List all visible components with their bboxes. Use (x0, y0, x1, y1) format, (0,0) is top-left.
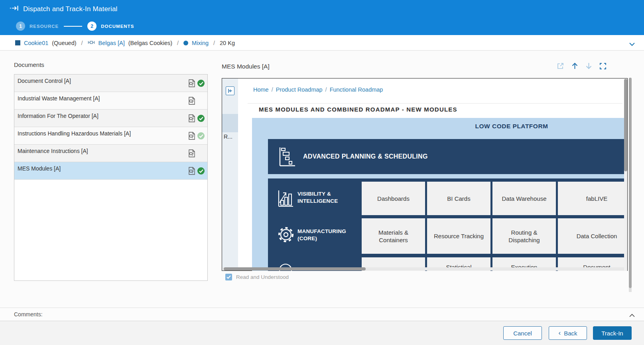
previous-document-arrow-up-icon[interactable] (571, 62, 578, 70)
breadcrumb-home-link[interactable]: Home (253, 86, 269, 93)
read-understood-checkbox[interactable] (225, 274, 232, 280)
document-preview-frame: R... Home / Product Roadmap / Functional… (222, 78, 628, 271)
clipped-section-heading: MES MODULES AND COMBINED ROADMAP - NEW M… (259, 106, 570, 112)
open-external-icon[interactable] (557, 62, 564, 70)
next-document-arrow-down-icon[interactable] (585, 62, 592, 70)
lot-status: (Queued) (52, 40, 76, 46)
embedded-doc-nav-item[interactable]: R... (224, 133, 232, 140)
module-cell: Dashboards (362, 182, 425, 215)
context-separator: / (212, 40, 216, 46)
context-separator: / (80, 40, 84, 46)
modules-grid: VISIBILITY & INTELLIGENCE Dashboards BI … (268, 178, 624, 271)
page-title: Dispatch and Track-In Material (23, 5, 118, 13)
read-status-check-icon (197, 80, 205, 87)
document-row[interactable]: Industrial Waste Management [A] (14, 92, 207, 110)
document-row[interactable]: Information For The Operator [A] (14, 110, 207, 127)
read-status-check-icon (197, 115, 205, 122)
track-in-button[interactable]: Track-In (593, 326, 632, 340)
breadcrumb-separator: / (325, 86, 327, 93)
viewer-toolbar (557, 62, 607, 70)
bar-chart-icon (278, 189, 294, 209)
document-preview-icon[interactable] (188, 149, 195, 157)
document-preview-icon[interactable] (188, 167, 195, 175)
module-cell: BI Cards (427, 182, 490, 215)
fullscreen-icon[interactable] (599, 63, 607, 70)
document-row[interactable]: Document Control [A] (14, 74, 207, 92)
cancel-button[interactable]: Cancel (503, 326, 542, 340)
viewer-vertical-scrollbar[interactable] (624, 79, 627, 271)
header-bar: Dispatch and Track-In Material 1 RESOURC… (0, 0, 644, 35)
lot-icon (15, 40, 20, 45)
breadcrumb-separator: / (272, 86, 273, 93)
back-button-label: Back (564, 330, 577, 337)
module-cell: Data Collection (558, 218, 624, 254)
flow-step-link[interactable]: Mixing (192, 40, 209, 46)
embedded-doc-sidebar: R... (222, 78, 238, 271)
track-in-button-label: Track-In (601, 330, 623, 337)
dispatch-track-in-icon (10, 5, 19, 13)
step-resource[interactable]: 1 RESOURCE (16, 22, 59, 31)
module-cell: Materials & Containers (362, 218, 425, 254)
mes-modules-diagram: LOW CODE PLATFORM ADVANCED PLANNING & SC… (252, 118, 624, 271)
documents-list: Document Control [A] Industrial Waste Ma… (14, 74, 208, 281)
step-documents[interactable]: 2 DOCUMENTS (87, 22, 134, 31)
aps-band-label: ADVANCED PLANNING & SCHEDULING (303, 139, 428, 174)
embedded-doc-breadcrumb: Home / Product Roadmap / Functional Road… (253, 86, 383, 93)
stepper-connector (64, 26, 82, 27)
dispatch-track-in-dialog: Dispatch and Track-In Material 1 RESOURC… (0, 0, 644, 345)
documents-panel-title: Documents (14, 61, 44, 68)
step-documents-number: 2 (87, 22, 97, 31)
document-preview-icon[interactable] (188, 132, 195, 140)
viewer-vertical-scrollbar-thumb[interactable] (624, 79, 627, 171)
module-cell: Data Warehouse (492, 182, 556, 215)
page-vertical-scrollbar-track[interactable] (629, 288, 632, 292)
document-row[interactable]: Instructions Handling Hazardous Material… (14, 127, 207, 145)
document-preview-icon[interactable] (188, 114, 195, 122)
document-label: MES Modules [A] (18, 165, 61, 172)
document-label: Document Control [A] (18, 78, 71, 84)
context-bar: Cookie01 (Queued) / Belgas [A] (Belgas C… (0, 35, 644, 51)
resource-description: (Belgas Cookies) (128, 40, 172, 46)
gear-icon (277, 225, 295, 245)
document-label: Instructions Handling Hazardous Material… (18, 130, 131, 137)
low-code-platform-label: LOW CODE PLATFORM (472, 123, 551, 130)
document-label: Industrial Waste Management [A] (18, 95, 100, 102)
aps-band: ADVANCED PLANNING & SCHEDULING (268, 139, 624, 174)
read-acknowledgement: Read and Understood (225, 274, 289, 280)
comments-section[interactable]: Comments: (0, 308, 644, 321)
step-resource-label: RESOURCE (30, 24, 59, 29)
resource-link[interactable]: Belgas [A] (98, 40, 125, 46)
document-preview-icon[interactable] (188, 97, 195, 105)
document-preview-icon[interactable] (188, 79, 195, 87)
viewer-horizontal-scrollbar[interactable] (223, 267, 624, 271)
document-label: Maintenance Instructions [A] (18, 148, 88, 154)
document-row[interactable]: Maintenance Instructions [A] (14, 145, 207, 162)
module-cell: fabLIVE (558, 182, 624, 215)
comments-label: Comments: (14, 311, 43, 318)
viewer-horizontal-scrollbar-thumb[interactable] (224, 267, 366, 271)
read-understood-label: Read and Understood (236, 274, 289, 280)
gantt-chart-icon (278, 146, 297, 169)
breadcrumb-product-roadmap-link[interactable]: Product Roadmap (276, 86, 323, 93)
wizard-stepper: 1 RESOURCE 2 DOCUMENTS (16, 22, 134, 31)
sidebar-collapse-button[interactable] (226, 86, 234, 95)
breadcrumb-functional-roadmap-link[interactable]: Functional Roadmap (330, 86, 383, 93)
back-button[interactable]: ‹ Back (549, 326, 587, 340)
context-separator: / (176, 40, 180, 46)
lot-link[interactable]: Cookie01 (24, 40, 48, 46)
step-status-dot-icon (183, 41, 188, 45)
read-status-check-icon (197, 167, 205, 174)
footer-bar: Cancel ‹ Back Track-In (0, 321, 644, 345)
document-row-selected[interactable]: MES Modules [A] (14, 162, 207, 180)
embedded-doc-sidebar-selected (222, 114, 238, 132)
page-vertical-scrollbar-thumb[interactable] (629, 78, 632, 288)
comments-collapse-chevron-icon[interactable] (629, 312, 635, 319)
viewer-document-title: MES Modules [A] (222, 63, 270, 70)
module-cell: Resource Tracking (427, 218, 490, 254)
group-label-manufacturing: MANUFACTURING (CORE) (297, 228, 346, 242)
breadcrumb-divider (248, 103, 622, 104)
context-expand-chevron-icon[interactable] (629, 41, 635, 48)
module-cell: Routing & Dispatching (492, 218, 556, 254)
group-label-visibility: VISIBILITY & INTELLIGENCE (297, 190, 338, 205)
step-documents-label: DOCUMENTS (101, 24, 134, 29)
